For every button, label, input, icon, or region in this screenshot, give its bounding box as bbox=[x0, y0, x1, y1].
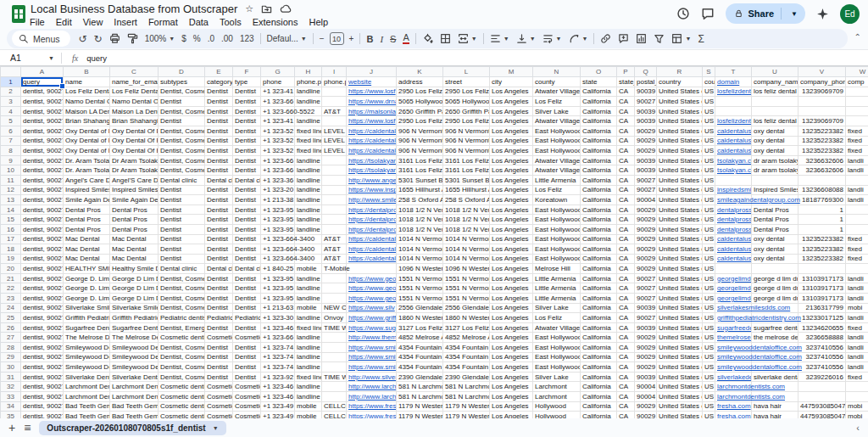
cell-K24[interactable]: 2556 Glendale E bbox=[397, 303, 443, 313]
cell-E8[interactable]: Dentist bbox=[205, 146, 233, 156]
cell-A29[interactable]: dentist, 90027 bbox=[21, 352, 64, 362]
cell-K22[interactable]: 1551 N Vermont bbox=[397, 283, 443, 294]
row-header-6[interactable]: 6 bbox=[1, 126, 21, 136]
cell-P30[interactable]: CA bbox=[617, 362, 635, 373]
cell-B18[interactable]: Mac Dental bbox=[64, 244, 110, 255]
cell-F26[interactable]: Dentist bbox=[233, 322, 261, 333]
cell-H8[interactable]: fixed line bbox=[295, 146, 322, 156]
cell-S34[interactable]: US bbox=[703, 401, 715, 412]
cell-O25[interactable]: California bbox=[581, 313, 617, 323]
cell-W23[interactable]: landli bbox=[846, 294, 868, 304]
cell-R33[interactable]: United States of bbox=[657, 392, 703, 402]
cell-W33[interactable] bbox=[846, 392, 868, 402]
column-header-F[interactable]: F bbox=[233, 67, 261, 77]
cell-D2[interactable]: Dentist, Cosmeti bbox=[159, 87, 205, 97]
cell-T34[interactable]: fresha.com bbox=[715, 401, 752, 412]
cell-M14[interactable]: Los Angeles bbox=[490, 204, 533, 215]
insert-chart-button[interactable] bbox=[632, 31, 650, 47]
cell-N9[interactable]: Atwater Village bbox=[533, 155, 581, 165]
cell-V28[interactable]: 3237410556 bbox=[798, 343, 846, 353]
cell-K14[interactable]: 1018 1/2 N Verm bbox=[397, 204, 443, 215]
column-header-G[interactable]: G bbox=[261, 67, 295, 77]
column-header-D[interactable]: D bbox=[159, 67, 205, 77]
cell-H11[interactable]: landline bbox=[295, 175, 322, 185]
row-header-3[interactable]: 3 bbox=[1, 97, 21, 107]
column-header-J[interactable]: J bbox=[347, 67, 397, 77]
cell-J8[interactable]: https://caldental bbox=[347, 146, 397, 156]
cell-W21[interactable]: landli bbox=[846, 273, 868, 283]
cell-U21[interactable]: george d lim dm bbox=[752, 273, 798, 283]
cell-F27[interactable]: Cosmetic bbox=[233, 333, 261, 343]
cell-U10[interactable]: dr aram tsolakya bbox=[752, 165, 798, 176]
cell-F34[interactable]: Cosmetic bbox=[233, 401, 261, 412]
cell-C24[interactable]: Silverlake Smile bbox=[110, 303, 159, 313]
cell-I28[interactable] bbox=[322, 343, 347, 353]
cell-F7[interactable]: Dentist bbox=[233, 136, 261, 146]
cell-O34[interactable]: California bbox=[581, 401, 617, 412]
cell-R25[interactable]: United States of bbox=[657, 313, 703, 323]
cell-F8[interactable]: Dentist bbox=[233, 146, 261, 156]
cell-O15[interactable]: California bbox=[581, 215, 617, 225]
cell-C8[interactable]: Oxy Dental Of E bbox=[110, 146, 159, 156]
cell-V31[interactable]: 3239226016 bbox=[798, 372, 846, 382]
cell-F24[interactable]: Dentist bbox=[233, 303, 261, 313]
cell-J11[interactable]: http://www.ange bbox=[347, 175, 397, 185]
format-currency-button[interactable]: $ bbox=[178, 31, 190, 47]
cell-R21[interactable]: United States of bbox=[657, 273, 703, 283]
cell-E15[interactable]: Dentist bbox=[205, 215, 233, 225]
row-header-17[interactable]: 17 bbox=[1, 234, 21, 244]
cell-H6[interactable]: fixed line bbox=[295, 126, 322, 136]
cell-M15[interactable]: Los Angeles bbox=[490, 215, 533, 225]
cell-M24[interactable]: Los Angeles bbox=[490, 303, 533, 313]
cell-J20[interactable] bbox=[347, 264, 397, 274]
cell-M1[interactable]: city bbox=[490, 77, 533, 87]
move-folder-icon[interactable] bbox=[261, 3, 272, 14]
cell-E32[interactable]: Cosmetic bbox=[205, 382, 233, 392]
cell-S26[interactable]: US bbox=[703, 322, 715, 333]
cell-K2[interactable]: 2950 Los Feliz E bbox=[397, 87, 443, 97]
cell-I21[interactable] bbox=[322, 273, 347, 283]
cell-N35[interactable]: Hollywood bbox=[533, 412, 581, 418]
cell-R2[interactable]: United States of bbox=[657, 87, 703, 97]
cell-C9[interactable]: Dr Aram Tsolaky bbox=[110, 155, 159, 165]
cell-H22[interactable]: landline bbox=[295, 283, 322, 294]
cell-H13[interactable]: landline bbox=[295, 195, 322, 205]
cell-E13[interactable]: Dentist bbox=[205, 195, 233, 205]
cell-T26[interactable]: sugarfreede bbox=[715, 322, 752, 333]
cell-W15[interactable] bbox=[846, 215, 868, 225]
cell-N25[interactable]: Los Feliz bbox=[533, 313, 581, 323]
cell-O29[interactable]: California bbox=[581, 352, 617, 362]
cell-K3[interactable]: 5065 Hollywood bbox=[397, 97, 443, 107]
cell-B8[interactable]: Oxy Dental of E bbox=[64, 146, 110, 156]
cell-D14[interactable]: Dentist bbox=[159, 204, 205, 215]
cell-H32[interactable]: landline bbox=[295, 382, 322, 392]
cell-V35[interactable]: 447593085047 bbox=[798, 412, 846, 418]
cell-G8[interactable]: +1 323-52 bbox=[261, 146, 295, 156]
cell-R23[interactable]: United States of bbox=[657, 294, 703, 304]
cell-T4[interactable] bbox=[715, 106, 752, 116]
cell-I33[interactable] bbox=[322, 392, 347, 402]
cell-E14[interactable]: Dentist bbox=[205, 204, 233, 215]
cell-U3[interactable] bbox=[752, 97, 798, 107]
cell-E28[interactable]: Dentist bbox=[205, 343, 233, 353]
cell-N1[interactable]: county bbox=[533, 77, 581, 87]
cell-E35[interactable]: Cosmetic bbox=[205, 412, 233, 418]
cell-U14[interactable]: Dental Pros bbox=[752, 204, 798, 215]
cell-E21[interactable]: Dentist bbox=[205, 273, 233, 283]
cell-T24[interactable]: silverlakesmilesdds.com bbox=[715, 303, 752, 313]
cell-B22[interactable]: George D. Lim, I bbox=[64, 283, 110, 294]
cell-M28[interactable]: Los Angeles bbox=[490, 343, 533, 353]
cell-F23[interactable]: Dentist bbox=[233, 294, 261, 304]
text-wrapping-button[interactable]: ▼ bbox=[539, 31, 565, 47]
cell-K11[interactable]: 5301 Sunset Blv bbox=[397, 175, 443, 185]
cell-S21[interactable]: US bbox=[703, 273, 715, 283]
gemini-sparkle-icon[interactable] bbox=[816, 8, 829, 20]
row-header-32[interactable]: 32 bbox=[1, 382, 21, 392]
cell-D3[interactable]: Dentist bbox=[159, 97, 205, 107]
cell-H27[interactable]: landline bbox=[295, 333, 322, 343]
cell-P16[interactable]: CA bbox=[617, 224, 635, 234]
cell-T10[interactable]: tsolakyan.co bbox=[715, 165, 752, 176]
cell-B33[interactable]: Larchmont Dent bbox=[64, 392, 110, 402]
cell-O28[interactable]: California bbox=[581, 343, 617, 353]
cell-C4[interactable]: Maison La Denta bbox=[110, 106, 159, 116]
